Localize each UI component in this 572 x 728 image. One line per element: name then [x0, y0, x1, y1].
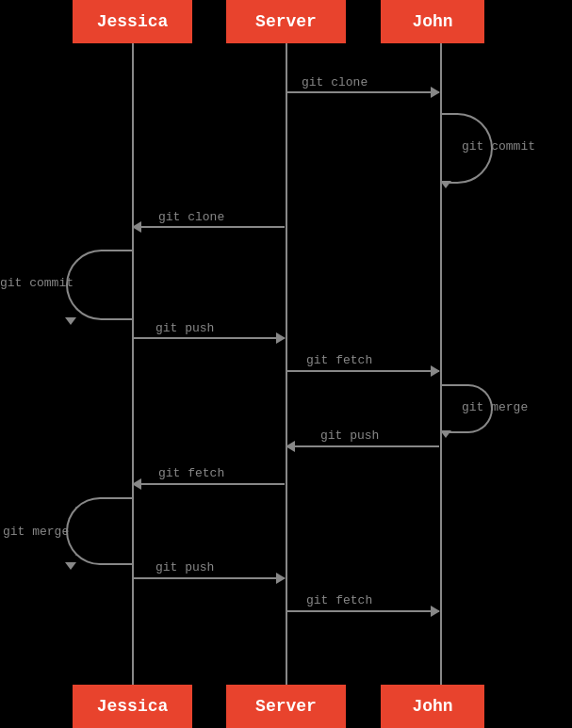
lifeline-server — [286, 43, 287, 685]
actor-jessica-bottom: Jessica — [73, 685, 192, 728]
arrow-git-clone-1 — [286, 91, 439, 93]
arrow-git-push-john — [286, 445, 439, 447]
arrow-git-fetch-1 — [286, 370, 439, 372]
label-git-commit-jessica: git commit — [0, 276, 74, 290]
label-git-push-john: git push — [320, 429, 379, 443]
actor-jessica-top: Jessica — [73, 0, 192, 43]
label-git-clone-2: git clone — [158, 210, 224, 224]
actor-john-bottom: John — [381, 685, 484, 728]
actor-server-top: Server — [226, 0, 346, 43]
self-arrow-git-merge-jessica — [66, 497, 132, 565]
label-git-clone-1: git clone — [302, 75, 368, 89]
label-git-fetch-2: git fetch — [306, 593, 372, 607]
label-git-merge-jessica: git merge — [3, 525, 69, 539]
label-git-push-1: git push — [155, 321, 214, 335]
actor-john-top: John — [381, 0, 484, 43]
arrow-git-push-2 — [133, 577, 285, 579]
arrow-git-push-1 — [133, 337, 285, 339]
label-git-fetch-jessica: git fetch — [158, 466, 224, 480]
label-git-commit-john: git commit — [462, 139, 535, 154]
self-arrow-git-commit-jessica — [66, 250, 132, 320]
arrow-git-clone-2 — [133, 226, 285, 228]
self-arrow-commit-jessica-head — [65, 317, 76, 325]
label-git-merge-john: git merge — [462, 400, 528, 414]
actor-server-bottom: Server — [226, 685, 346, 728]
arrow-git-fetch-jessica — [133, 483, 285, 485]
label-git-push-2: git push — [155, 560, 214, 574]
sequence-diagram: Jessica Server John Jessica Server John … — [0, 0, 572, 728]
label-git-fetch-1: git fetch — [306, 353, 372, 367]
lifeline-jessica — [132, 43, 134, 685]
arrow-git-fetch-2 — [286, 610, 439, 612]
self-arrow-merge-jessica-head — [65, 562, 76, 570]
